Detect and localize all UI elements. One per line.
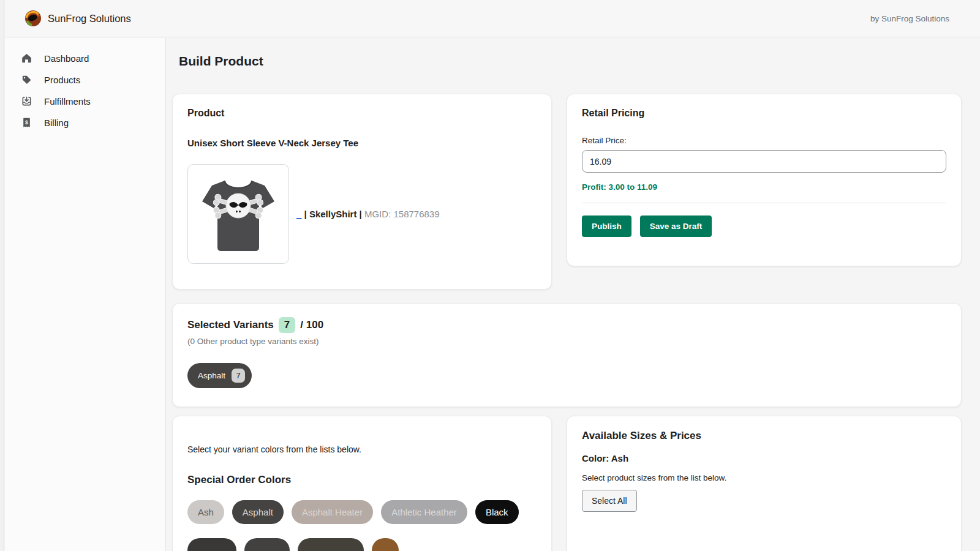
color-pill-cropped[interactable] bbox=[298, 538, 364, 551]
variant-pill-label: Asphalt bbox=[198, 371, 225, 380]
sizes-color-label: Color: Ash bbox=[582, 453, 946, 463]
billing-receipt-icon: $ bbox=[21, 117, 32, 129]
svg-text:$: $ bbox=[25, 119, 28, 126]
product-link[interactable]: _ bbox=[296, 209, 301, 219]
color-pill-cropped[interactable] bbox=[372, 538, 399, 551]
product-type-name: Unisex Short Sleeve V-Neck Jersey Tee bbox=[187, 138, 537, 148]
product-shop-name: | SkellyShirt | bbox=[304, 209, 362, 219]
home-icon bbox=[21, 53, 32, 64]
profit-range-text: Profit: 3.00 to 11.09 bbox=[582, 182, 946, 192]
variant-colors-card: Select your variant colors from the list… bbox=[172, 416, 552, 551]
selected-variants-card: Selected Variants 7 / 100 (0 Other produ… bbox=[172, 303, 962, 407]
selected-variants-title: Selected Variants bbox=[187, 319, 274, 331]
pricing-divider bbox=[582, 203, 946, 203]
pricing-card-title: Retail Pricing bbox=[582, 108, 946, 119]
color-pill-cropped[interactable] bbox=[244, 538, 290, 551]
variants-note: (0 Other product type variants exist) bbox=[187, 337, 946, 346]
variant-pill-asphalt[interactable]: Asphalt 7 bbox=[187, 363, 252, 388]
sizes-instruction: Select product sizes from the list below… bbox=[582, 473, 946, 482]
color-pill-asphalt-heater[interactable]: Asphalt Heater bbox=[292, 500, 373, 524]
tag-icon bbox=[21, 74, 32, 86]
product-image-frame bbox=[187, 164, 289, 264]
sidebar-item-label: Fulfillments bbox=[44, 96, 91, 107]
selected-variants-count-badge: 7 bbox=[279, 317, 295, 333]
special-order-colors-title: Special Order Colors bbox=[187, 474, 537, 486]
window-edge-strip bbox=[0, 0, 4, 551]
selected-variants-max: / 100 bbox=[300, 319, 323, 331]
publish-button[interactable]: Publish bbox=[582, 216, 631, 237]
retail-pricing-card: Retail Pricing Retail Price: Profit: 3.0… bbox=[567, 94, 962, 266]
color-pill-black[interactable]: Black bbox=[475, 500, 519, 524]
sidebar-item-label: Dashboard bbox=[44, 53, 89, 64]
product-mgid: MGID: 158776839 bbox=[364, 209, 440, 219]
color-pill-row: Ash Asphalt Asphalt Heater Athletic Heat… bbox=[187, 500, 537, 524]
main-content: Build Product Product Unisex Short Sleev… bbox=[166, 38, 980, 551]
select-all-button[interactable]: Select All bbox=[582, 490, 637, 512]
save-as-draft-button[interactable]: Save as Draft bbox=[640, 216, 712, 237]
product-card: Product Unisex Short Sleeve V-Neck Jerse… bbox=[172, 94, 552, 290]
color-pill-ash[interactable]: Ash bbox=[187, 500, 224, 524]
variant-pill-count: 7 bbox=[232, 369, 245, 383]
product-caption: _ | SkellyShirt | MGID: 158776839 bbox=[296, 209, 440, 219]
available-sizes-card: Available Sizes & Prices Color: Ash Sele… bbox=[567, 416, 962, 551]
sidebar-item-products[interactable]: Products bbox=[5, 69, 165, 91]
fulfillment-tray-icon bbox=[21, 96, 32, 107]
app-title: SunFrog Solutions bbox=[48, 13, 131, 24]
header-byline: by SunFrog Solutions bbox=[870, 14, 949, 23]
color-pill-cropped[interactable] bbox=[187, 538, 236, 551]
color-pill-row-cropped bbox=[187, 538, 537, 551]
sidebar-item-dashboard[interactable]: Dashboard bbox=[5, 48, 165, 69]
sizes-card-title: Available Sizes & Prices bbox=[582, 430, 946, 442]
color-pill-asphalt[interactable]: Asphalt bbox=[232, 500, 284, 524]
colors-instruction: Select your variant colors from the list… bbox=[187, 444, 537, 454]
app-header: SunFrog Solutions by SunFrog Solutions bbox=[5, 0, 980, 37]
page-title: Build Product bbox=[179, 54, 962, 69]
sidebar-item-billing[interactable]: $ Billing bbox=[5, 112, 165, 133]
sidebar-item-fulfillments[interactable]: Fulfillments bbox=[5, 91, 165, 112]
color-pill-athletic-heather[interactable]: Athletic Heather bbox=[381, 500, 467, 524]
sidebar-item-label: Billing bbox=[44, 118, 69, 128]
sidebar: Dashboard Products Fulfillments $ Billin… bbox=[5, 38, 166, 551]
sidebar-item-label: Products bbox=[44, 75, 80, 85]
retail-price-input[interactable] bbox=[582, 150, 946, 173]
sunfrog-logo-icon bbox=[25, 10, 41, 26]
tshirt-skull-image bbox=[192, 168, 284, 260]
main-layout: Dashboard Products Fulfillments $ Billin… bbox=[5, 38, 980, 551]
product-card-title: Product bbox=[187, 108, 537, 119]
retail-price-label: Retail Price: bbox=[582, 136, 946, 145]
